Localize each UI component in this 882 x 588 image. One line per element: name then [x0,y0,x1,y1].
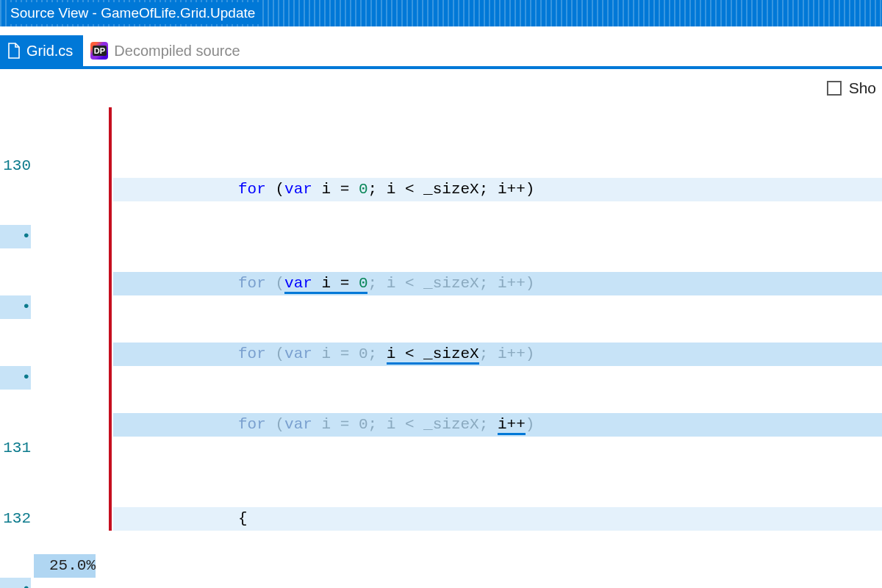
tab-decompiled-source[interactable]: DP Decompiled source [83,35,250,66]
timing-gutter: 25.0% 75.0% [34,107,101,588]
dotpeek-icon: DP [90,42,108,60]
line-number-gutter: 130 • • • 131 132 • • • 133 134 135 136 … [0,107,34,588]
tab-label: Grid.cs [26,43,73,60]
line-number: 130 [0,154,31,178]
tab-label: Decompiled source [114,43,240,60]
show-checkbox-label: Sho [849,79,876,97]
line-number: 131 [0,437,31,460]
statement-line: for (var i = 0; i < _sizeX; i++) [113,343,882,366]
show-checkbox[interactable] [827,81,842,96]
window-title: Source View - GameOfLife.Grid.Update [10,2,262,24]
tab-strip: Grid.cs DP Decompiled source [0,26,882,69]
tab-grid-cs[interactable]: Grid.cs [0,35,83,66]
line-marker-dot: • [0,578,31,588]
code-area: for (var i = 0; i < _sizeX; i++) for (va… [113,107,882,588]
title-bar: Source View - GameOfLife.Grid.Update [0,0,882,26]
line-marker-dot: • [0,366,31,390]
change-marker [109,107,112,531]
statement-line: for (var i = 0; i < _sizeX; i++) [113,272,882,295]
timing-value: 25.0% [34,554,96,578]
file-icon [7,43,21,59]
options-bar: Sho [0,69,882,107]
source-editor[interactable]: 130 • • • 131 132 • • • 133 134 135 136 … [0,107,882,588]
code-line: for (var i = 0; i < _sizeX; i++) [113,178,882,201]
line-marker-dot: • [0,295,31,319]
code-line: { [113,507,882,531]
statement-line: for (var i = 0; i < _sizeX; i++) [113,413,882,437]
line-marker-dot: • [0,225,31,248]
line-number: 132 [0,507,31,531]
